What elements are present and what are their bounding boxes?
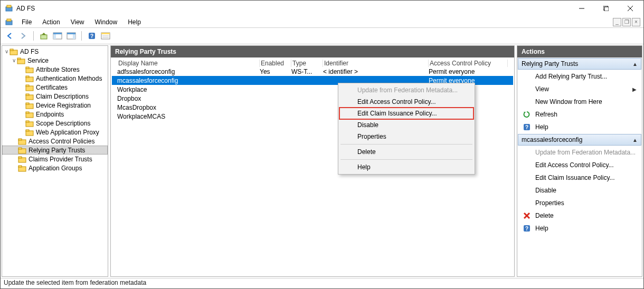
menu-view[interactable]: View: [65, 17, 90, 27]
action-properties[interactable]: Properties: [517, 197, 642, 209]
cm-update[interactable]: Update from Federation Metadata...: [339, 84, 473, 96]
mdi-minimize-icon[interactable]: _: [613, 18, 621, 26]
cell-acp: Permit everyone: [429, 68, 508, 75]
action-edit-cip[interactable]: Edit Claim Issuance Policy...: [517, 171, 642, 184]
cm-edit-cip[interactable]: Edit Claim Issuance Policy...: [339, 108, 473, 119]
action-label: Help: [535, 225, 548, 232]
col-type[interactable]: Type: [291, 60, 323, 67]
cell-name: McasDropbox: [117, 104, 260, 111]
maximize-button[interactable]: [594, 1, 618, 16]
menu-file[interactable]: File: [16, 17, 37, 27]
folder-icon: [25, 102, 34, 109]
collapse-icon: ▲: [632, 61, 638, 67]
folder-icon: [25, 93, 34, 100]
action-view[interactable]: View▶: [517, 83, 642, 95]
cm-properties[interactable]: Properties: [339, 131, 473, 142]
tree-label: Service: [27, 57, 49, 64]
forward-button[interactable]: [17, 30, 29, 42]
action-update-metadata[interactable]: Update from Federation Metadata...: [517, 146, 642, 159]
tree-item-certificates[interactable]: Certificates: [2, 83, 108, 92]
action-help2[interactable]: ?Help: [517, 222, 642, 235]
cm-help[interactable]: Help: [339, 161, 473, 173]
mdi-close-icon[interactable]: ×: [632, 18, 640, 26]
tree-label: Claim Descriptions: [36, 93, 89, 100]
expand-icon[interactable]: ∨: [3, 49, 10, 54]
svg-rect-15: [73, 34, 75, 39]
tree-label: Access Control Policies: [29, 138, 94, 145]
folder-icon: [25, 111, 34, 118]
show-hide-tree-button[interactable]: [52, 30, 63, 42]
action-new-window[interactable]: New Window from Here: [517, 95, 642, 108]
action-edit-acp[interactable]: Edit Access Control Policy...: [517, 159, 642, 171]
tree-item-rpt[interactable]: Relying Party Trusts: [2, 146, 108, 155]
svg-text:?: ?: [90, 33, 93, 39]
tree-item-device-reg[interactable]: Device Registration: [2, 101, 108, 110]
tree-item-endpoints[interactable]: Endpoints: [2, 110, 108, 119]
tree-service[interactable]: ∨ Service: [2, 56, 108, 65]
tree-item-acp[interactable]: Access Control Policies: [2, 137, 108, 146]
menu-help[interactable]: Help: [122, 17, 146, 27]
collapse-icon: ▲: [632, 137, 638, 143]
cm-edit-acp[interactable]: Edit Access Control Policy...: [339, 96, 473, 108]
close-button[interactable]: [618, 1, 642, 16]
action-label: Update from Federation Metadata...: [535, 149, 636, 156]
svg-rect-9: [41, 35, 47, 39]
up-button[interactable]: [38, 30, 50, 42]
folder-icon: [25, 84, 34, 91]
menu-window[interactable]: Window: [90, 17, 123, 27]
cell-identifier: < identifier >: [323, 68, 429, 75]
tree-item-cpt[interactable]: Claims Provider Trusts: [2, 155, 108, 163]
tree-item-attribute-stores[interactable]: Attribute Stores: [2, 65, 108, 74]
properties-button[interactable]: [100, 30, 111, 42]
adfs-icon: [10, 48, 18, 55]
tree-item-scope-desc[interactable]: Scope Descriptions: [2, 119, 108, 128]
tree-root[interactable]: ∨ AD FS: [2, 47, 108, 56]
col-display-name[interactable]: Display Name: [117, 60, 260, 67]
action-help[interactable]: ?Help: [517, 121, 642, 133]
col-acp[interactable]: Access Control Policy: [429, 60, 508, 67]
folder-icon: [25, 66, 34, 73]
cm-disable[interactable]: Disable: [339, 119, 473, 131]
show-hide-actions-button[interactable]: [65, 30, 77, 42]
titlebar: AD FS: [1, 1, 643, 16]
blank-icon: [523, 98, 531, 106]
minimize-button[interactable]: [570, 1, 594, 16]
table-row[interactable]: adfssalesforceconfig Yes WS-T... < ident…: [112, 67, 513, 76]
tree-item-claim-desc[interactable]: Claim Descriptions: [2, 92, 108, 101]
expand-icon[interactable]: ∨: [11, 57, 17, 63]
action-disable[interactable]: Disable: [517, 184, 642, 197]
action-label: Delete: [535, 212, 554, 219]
blank-icon: [523, 148, 531, 157]
menubar: File Action View Window Help _ ❐ ×: [1, 16, 643, 28]
tree-label: Endpoints: [36, 111, 64, 118]
action-delete[interactable]: Delete: [517, 209, 642, 222]
help-button[interactable]: ?: [86, 30, 98, 42]
action-refresh[interactable]: Refresh: [517, 108, 642, 121]
col-enabled[interactable]: Enabled: [260, 60, 291, 67]
col-identifier[interactable]: Identifier: [323, 60, 429, 67]
cell-name: WorkplaceMCAS: [117, 113, 260, 120]
folder-icon: [25, 75, 34, 82]
actions-group-rpt[interactable]: Relying Party Trusts ▲: [518, 58, 641, 70]
blank-icon: [523, 161, 531, 169]
tree-item-auth-methods[interactable]: Authentication Methods: [2, 74, 108, 83]
status-bar: Update the selected item from federation…: [1, 278, 643, 288]
tree-item-agp[interactable]: Application Groups: [2, 163, 108, 172]
cm-delete[interactable]: Delete: [339, 146, 473, 158]
action-label: New Window from Here: [535, 98, 602, 105]
svg-rect-11: [53, 33, 62, 34]
menu-action[interactable]: Action: [37, 17, 65, 27]
svg-rect-14: [67, 33, 75, 34]
svg-rect-43: [18, 139, 22, 140]
main-title: Relying Party Trusts: [111, 46, 514, 57]
tree-item-wap[interactable]: Web Application Proxy: [2, 128, 108, 137]
actions-group-selected[interactable]: mcassalesforceconfig ▲: [518, 134, 641, 146]
action-add-rpt[interactable]: Add Relying Party Trust...: [517, 70, 642, 83]
back-button[interactable]: [4, 30, 15, 42]
tree-label: Device Registration: [36, 102, 91, 109]
cell-enabled: Yes: [260, 68, 291, 75]
mdi-restore-icon[interactable]: ❐: [622, 18, 631, 26]
delete-icon: [523, 211, 531, 220]
action-label: Edit Claim Issuance Policy...: [535, 174, 615, 181]
navigation-tree[interactable]: ∨ AD FS ∨ Service Attribute Stores Authe…: [2, 45, 108, 277]
